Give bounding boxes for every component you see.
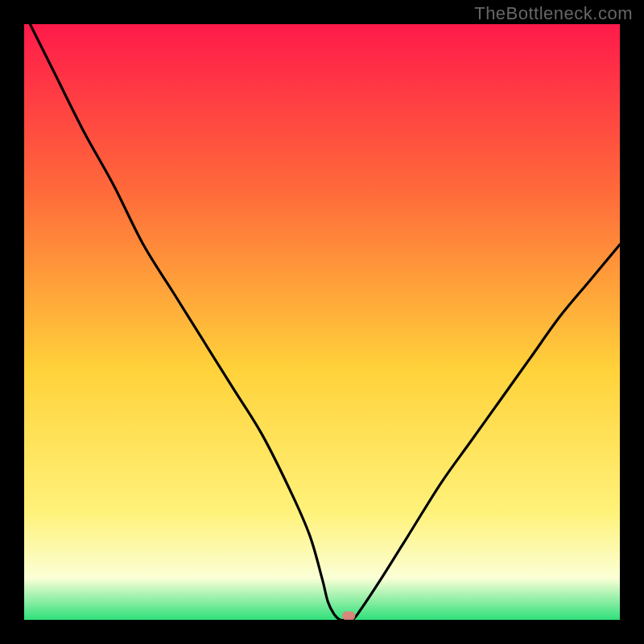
chart-frame: TheBottleneck.com <box>0 0 644 644</box>
watermark-text: TheBottleneck.com <box>474 3 633 24</box>
optimal-point-marker <box>342 612 355 620</box>
plot-area <box>24 24 620 620</box>
gradient-background <box>24 24 620 620</box>
plot-svg <box>24 24 620 620</box>
